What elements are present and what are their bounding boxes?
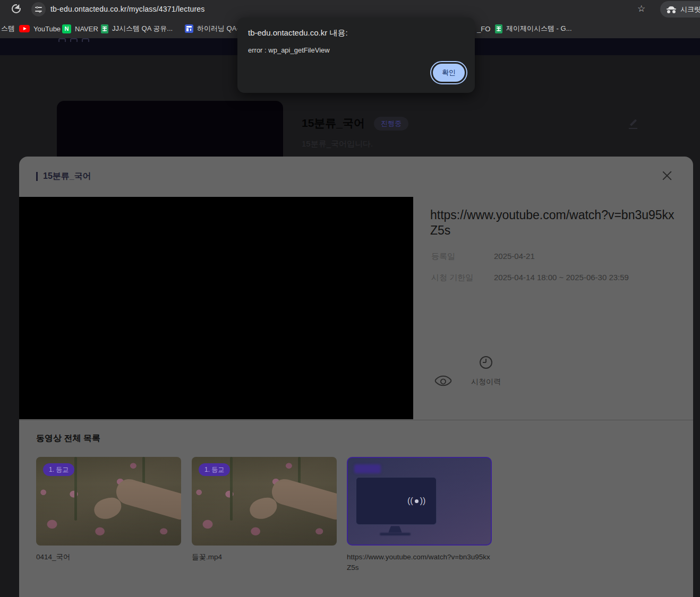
sheets-icon <box>495 24 502 33</box>
incognito-icon <box>667 6 676 13</box>
video-url-title: https://www.youtube.com/watch?v=bn3u95kx… <box>430 207 675 238</box>
close-icon[interactable] <box>661 169 673 182</box>
bookmark-label: NAVER <box>75 25 98 33</box>
bookmark-label: 제이제이시스템 - G... <box>506 24 572 33</box>
confirm-button[interactable]: 확인 <box>433 64 465 82</box>
alert-message: error : wp_api_getFileView <box>248 46 330 54</box>
board-icon <box>185 24 193 33</box>
bookmark-label: 하이러닝 QA- <box>197 24 239 33</box>
register-date-label: 등록일 <box>431 252 494 262</box>
video-thumbnail[interactable]: 1. 등교 <box>192 457 337 546</box>
monitor-base <box>380 533 411 535</box>
bookmark-item-naver[interactable]: N NAVER <box>62 22 98 35</box>
lecture-modal: 15분류_국어 https://www.youtube.com/watch?v=… <box>19 157 693 597</box>
browser-toolbar: tb-edu.ontactedu.co.kr/myclass/4371/lect… <box>0 0 700 19</box>
chapter-badge: 1. 등교 <box>43 463 74 476</box>
bookmark-label: 스템 <box>1 24 15 33</box>
video-card-title: 들꽃.mp4 <box>192 552 335 563</box>
video-card-title: https://www.youtube.com/watch?v=bn3u95kx… <box>347 552 490 574</box>
title-accent-bar <box>36 172 38 181</box>
course-title: 15분류_국어 <box>302 116 365 131</box>
bookmark-item[interactable]: 스템 <box>1 22 15 35</box>
video-card-title: 0414_국어 <box>36 552 180 563</box>
course-description: 15분류_국어입니다. <box>302 139 373 149</box>
status-badge: 진행중 <box>374 117 408 131</box>
address-bar[interactable]: tb-edu.ontactedu.co.kr/myclass/4371/lect… <box>50 5 205 13</box>
bookmark-label: _FO <box>477 25 490 33</box>
bookmark-label: JJ시스템 QA 공유... <box>112 24 173 33</box>
clock-icon <box>480 356 492 369</box>
view-period-label: 시청 기한일 <box>431 273 494 283</box>
watch-history-button[interactable]: 시청이력 <box>459 356 513 387</box>
video-info-panel: https://www.youtube.com/watch?v=bn3u95kx… <box>414 197 693 420</box>
register-date-row: 등록일 2025-04-21 <box>431 252 535 262</box>
bookmark-item-sheet[interactable]: JJ시스템 QA 공유... <box>101 22 173 35</box>
watch-history-label: 시청이력 <box>459 377 513 387</box>
video-card-selected[interactable]: (()) https://www.youtube.com/watch?v=bn3… <box>347 457 492 574</box>
youtube-icon <box>19 25 30 32</box>
screen: 15분류_국어 진행중 15분류_국어입니다. 15분류_국어 https://… <box>0 0 700 597</box>
incognito-label: 시크릿 <box>680 5 700 14</box>
bookmark-item-youtube[interactable]: YouTube <box>19 22 61 35</box>
incognito-indicator[interactable]: 시크릿 <box>660 1 700 18</box>
reload-icon[interactable] <box>12 4 21 13</box>
modal-header: 15분류_국어 <box>36 171 91 182</box>
chapter-badge-blurred <box>354 464 381 473</box>
sheets-icon <box>101 24 108 33</box>
view-period-row: 시청 기한일 2025-04-14 18:00 ~ 2025-06-30 23:… <box>431 273 629 283</box>
youtube-link-thumbnail[interactable]: (()) <box>347 457 492 546</box>
video-card[interactable]: 1. 등교 들꽃.mp4 <box>192 457 337 563</box>
register-date-value: 2025-04-21 <box>494 252 535 262</box>
section-divider <box>19 420 693 420</box>
bookmark-item-jjsystem[interactable]: 제이제이시스템 - G... <box>495 22 572 35</box>
broadcast-icon: (()) <box>407 496 425 506</box>
video-list-heading: 동영상 전체 목록 <box>36 433 100 444</box>
tune-icon <box>35 7 42 12</box>
lecture-thumbnail-large <box>57 101 283 159</box>
site-logo-fragment <box>58 38 101 42</box>
bookmark-item-fo[interactable]: _FO <box>477 22 490 35</box>
bookmark-star-icon[interactable]: ☆ <box>637 3 645 14</box>
video-thumbnail[interactable]: 1. 등교 <box>36 457 181 546</box>
monitor-stand <box>388 526 402 533</box>
chapter-badge: 1. 등교 <box>199 463 230 476</box>
bookmark-item-hilearning[interactable]: 하이러닝 QA- <box>185 22 239 35</box>
bookmark-label: YouTube <box>33 25 61 33</box>
eye-icon[interactable] <box>434 371 453 390</box>
modal-title: 15분류_국어 <box>43 171 91 182</box>
alert-dialog: tb-edu.ontactedu.co.kr 내용: error : wp_ap… <box>237 18 475 93</box>
naver-icon: N <box>62 24 71 33</box>
view-period-value: 2025-04-14 18:00 ~ 2025-06-30 23:59 <box>494 273 629 283</box>
video-card[interactable]: 1. 등교 0414_국어 <box>36 457 181 563</box>
video-player[interactable] <box>19 197 413 419</box>
alert-title: tb-edu.ontactedu.co.kr 내용: <box>248 28 348 38</box>
confirm-button-focus-ring: 확인 <box>430 61 467 84</box>
edit-pencil-icon[interactable] <box>629 119 638 129</box>
site-info-button[interactable] <box>31 2 46 16</box>
